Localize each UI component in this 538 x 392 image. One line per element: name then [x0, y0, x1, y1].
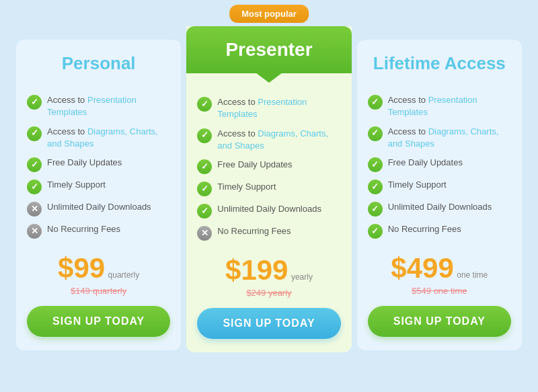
plan-personal: Personal✓Access to Presentation Template…: [16, 40, 181, 350]
feature-text: Access to Diagrams, Charts, and Shapes: [217, 128, 340, 152]
feature-text: Unlimited Daily Downloads: [217, 203, 321, 215]
feature-link: Diagrams, Charts, and Shapes: [388, 126, 499, 149]
check-icon: ✓: [27, 126, 42, 141]
signup-button[interactable]: SIGN UP TODAY: [197, 308, 340, 339]
price-main: $99: [58, 252, 105, 284]
feature-text: No Recurring Fees: [47, 223, 120, 235]
plan-title: Personal: [27, 53, 170, 81]
check-icon: ✓: [197, 159, 212, 174]
x-icon: ✕: [197, 226, 212, 241]
feature-item: ✓Unlimited Daily Downloads: [368, 201, 511, 217]
most-popular-badge: Most popular: [229, 5, 309, 23]
feature-text: Unlimited Daily Downloads: [47, 201, 151, 213]
check-icon: ✓: [368, 202, 383, 217]
check-icon: ✓: [368, 126, 383, 141]
feature-text: Access to Diagrams, Charts, and Shapes: [388, 126, 511, 150]
feature-text: Access to Presentation Templates: [388, 94, 511, 118]
feature-text: Access to Presentation Templates: [47, 94, 170, 118]
feature-item: ✓Timely Support: [27, 179, 170, 194]
check-icon: ✓: [197, 182, 212, 196]
feature-text: Free Daily Updates: [47, 157, 122, 169]
feature-text: No Recurring Fees: [217, 225, 291, 237]
x-icon: ✕: [27, 202, 42, 217]
feature-link: Presentation Templates: [217, 97, 307, 119]
pricing-section: $199 yearly $249 yearly: [197, 254, 340, 299]
check-icon: ✓: [27, 157, 42, 172]
price-old: $249 yearly: [246, 288, 291, 298]
feature-text: Timely Support: [47, 179, 106, 191]
feature-item: ✓Access to Presentation Templates: [368, 94, 511, 118]
feature-item: ✓Timely Support: [197, 181, 340, 196]
feature-text: Timely Support: [217, 181, 276, 193]
feature-text: Free Daily Updates: [388, 157, 463, 169]
check-icon: ✓: [368, 157, 383, 172]
feature-item: ✓Timely Support: [368, 179, 511, 194]
feature-item: ✕No Recurring Fees: [27, 223, 170, 239]
features-list: ✓Access to Presentation Templates✓Access…: [27, 94, 170, 239]
feature-item: ✓Free Daily Updates: [368, 157, 511, 172]
price-old: $149 quarterly: [71, 286, 126, 296]
feature-item: ✓Access to Presentation Templates: [27, 94, 170, 118]
plan-lifetime: Lifetime Access✓Access to Presentation T…: [357, 40, 522, 350]
features-list: ✓Access to Presentation Templates✓Access…: [197, 96, 340, 241]
check-icon: ✓: [368, 224, 383, 239]
feature-text: Unlimited Daily Downloads: [388, 201, 492, 213]
pricing-container: Personal✓Access to Presentation Template…: [13, 40, 525, 352]
signup-button[interactable]: SIGN UP TODAY: [368, 306, 511, 337]
feature-link: Presentation Templates: [47, 95, 137, 117]
price-main: $499: [391, 252, 453, 284]
price-period: quarterly: [108, 270, 140, 280]
check-icon: ✓: [197, 97, 212, 112]
feature-text: Free Daily Updates: [217, 159, 292, 171]
check-icon: ✓: [197, 204, 212, 219]
signup-button[interactable]: SIGN UP TODAY: [27, 306, 170, 337]
feature-item: ✓Unlimited Daily Downloads: [197, 203, 340, 219]
feature-text: Timely Support: [388, 179, 447, 191]
check-icon: ✓: [368, 180, 383, 194]
x-icon: ✕: [27, 224, 42, 239]
feature-item: ✓No Recurring Fees: [368, 223, 511, 239]
plan-title: Lifetime Access: [368, 53, 511, 81]
feature-text: Access to Presentation Templates: [217, 96, 340, 120]
feature-link: Presentation Templates: [388, 95, 477, 117]
feature-link: Diagrams, Charts, and Shapes: [217, 128, 328, 151]
check-icon: ✓: [27, 95, 42, 110]
feature-item: ✕Unlimited Daily Downloads: [27, 201, 170, 217]
price-period: yearly: [291, 272, 313, 282]
feature-item: ✓Access to Presentation Templates: [197, 96, 340, 120]
features-list: ✓Access to Presentation Templates✓Access…: [368, 94, 511, 239]
feature-item: ✓Free Daily Updates: [27, 157, 170, 172]
price-old: $549 one time: [412, 286, 467, 296]
plan-presenter: Most popular Presenter ✓Access to Presen…: [186, 26, 351, 352]
plan-header-bg: Presenter: [186, 26, 351, 73]
feature-item: ✓Access to Diagrams, Charts, and Shapes: [197, 128, 340, 152]
check-icon: ✓: [197, 128, 212, 143]
feature-text: No Recurring Fees: [388, 223, 461, 235]
price-main: $199: [225, 254, 288, 286]
pricing-section: $499 one time $549 one time: [368, 252, 511, 297]
check-icon: ✓: [27, 180, 42, 194]
feature-item: ✓Access to Diagrams, Charts, and Shapes: [27, 126, 170, 150]
plan-title: Presenter: [225, 39, 312, 61]
feature-item: ✓Access to Diagrams, Charts, and Shapes: [368, 126, 511, 150]
check-icon: ✓: [368, 95, 383, 110]
price-period: one time: [457, 270, 488, 280]
feature-text: Access to Diagrams, Charts, and Shapes: [47, 126, 170, 150]
feature-item: ✕No Recurring Fees: [197, 225, 340, 241]
feature-link: Diagrams, Charts, and Shapes: [47, 126, 158, 149]
feature-item: ✓Free Daily Updates: [197, 159, 340, 174]
pricing-section: $99 quarterly $149 quarterly: [27, 252, 170, 297]
